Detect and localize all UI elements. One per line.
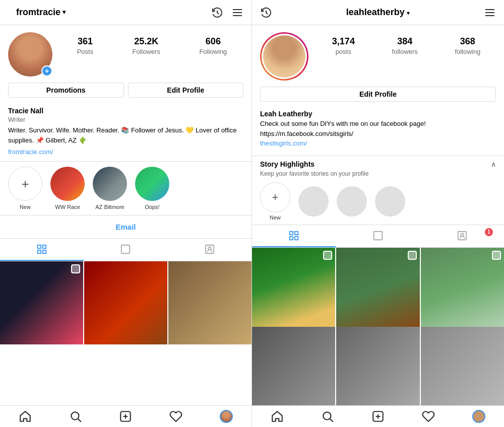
left-email-button[interactable]: Email	[8, 220, 243, 234]
left-nav-heart[interactable]	[151, 410, 201, 423]
left-story-wwrace-circle[interactable]	[50, 167, 85, 201]
right-avatar	[263, 35, 305, 78]
left-story-wwrace[interactable]: WW Race	[50, 167, 85, 210]
left-stat-following[interactable]: 606 Following	[199, 36, 227, 56]
right-photo-3[interactable]	[421, 248, 504, 331]
right-profile-header: 3,174 posts 384 followers 368 following	[260, 32, 496, 81]
left-username[interactable]: fromtracie ▾	[8, 0, 74, 25]
right-followers-count: 384	[392, 36, 418, 47]
right-nav-heart[interactable]	[403, 410, 454, 423]
left-stat-posts[interactable]: 361 Posts	[77, 36, 94, 56]
left-followers-count: 25.2K	[132, 36, 160, 47]
left-photo-1[interactable]	[0, 261, 83, 344]
right-photo-2[interactable]	[336, 248, 419, 331]
right-tab-single[interactable]	[336, 225, 420, 247]
heart-icon	[169, 410, 182, 423]
single-post-icon	[120, 244, 131, 255]
left-nav-profile[interactable]	[201, 410, 251, 423]
menu-icon[interactable]	[231, 7, 243, 19]
left-bio-title: Writer	[8, 116, 243, 123]
right-bio-link[interactable]: thesitsgirls.com/	[260, 139, 307, 147]
left-following-label: Following	[199, 48, 227, 55]
right-stat-followers[interactable]: 384 followers	[392, 36, 418, 56]
right-photo-2-check	[408, 251, 417, 260]
left-story-oops-label: Oops!	[145, 204, 159, 210]
left-story-oops-circle[interactable]	[135, 167, 169, 201]
svg-rect-22	[374, 231, 383, 240]
right-nav-search[interactable]	[302, 410, 353, 423]
right-username-text: leahleatherby	[346, 7, 405, 17]
right-highlights-chevron[interactable]: ∧	[491, 160, 496, 168]
right-tab-grid[interactable]	[252, 225, 336, 247]
right-stat-following[interactable]: 368 following	[455, 36, 481, 56]
left-add-badge[interactable]: +	[41, 65, 52, 77]
left-tab-single[interactable]	[84, 239, 167, 261]
left-story-wwrace-label: WW Race	[55, 204, 80, 210]
grid-icon	[36, 244, 47, 255]
home-icon	[19, 410, 32, 423]
left-story-new-plus: +	[21, 176, 29, 192]
left-story-new[interactable]: + New	[8, 167, 42, 210]
left-story-oops-img	[135, 167, 169, 201]
right-story-placeholder-3	[375, 186, 405, 217]
svg-rect-19	[295, 231, 298, 234]
svg-rect-18	[290, 231, 293, 234]
left-photo-2[interactable]	[84, 261, 167, 344]
right-avatar-ring-inner	[262, 34, 307, 79]
left-photo-3[interactable]	[168, 261, 251, 344]
right-nav-home[interactable]	[252, 410, 302, 423]
left-promotions-button[interactable]: Promotions	[8, 83, 124, 98]
right-story-placeholder-2	[337, 186, 367, 217]
right-story-new-circle[interactable]: +	[260, 182, 290, 212]
right-photo-1[interactable]	[252, 248, 335, 331]
svg-rect-7	[121, 245, 130, 254]
right-bio-text-content: Check out some fun DIYs with me on our f…	[260, 120, 426, 137]
add-icon	[119, 410, 132, 423]
left-nav-home[interactable]	[0, 410, 50, 423]
right-following-count: 368	[455, 36, 481, 47]
history-icon[interactable]	[211, 7, 223, 19]
left-story-oops[interactable]: Oops!	[135, 167, 169, 210]
svg-line-11	[78, 419, 81, 422]
right-story-new-label: New	[270, 215, 281, 221]
right-nav-profile[interactable]	[454, 410, 504, 423]
right-avatar-ring[interactable]	[260, 32, 308, 81]
left-nav-add[interactable]	[101, 410, 151, 423]
svg-rect-3	[38, 245, 41, 248]
right-story-gray-1	[298, 186, 329, 217]
right-bio-section: Leah Leatherby Check out some fun DIYs w…	[252, 110, 504, 156]
right-tab-tagged[interactable]: 1	[420, 225, 504, 247]
left-avatar-wrap: +	[8, 32, 52, 77]
left-tab-grid[interactable]	[0, 239, 84, 261]
left-username-text: fromtracie	[16, 7, 60, 18]
right-story-gray-2	[337, 186, 367, 217]
right-home-icon	[271, 410, 284, 423]
right-posts-count: 3,174	[332, 36, 355, 47]
right-chevron-icon: ▾	[407, 10, 410, 17]
right-story-new[interactable]: + New	[260, 182, 290, 221]
right-profile-section: 3,174 posts 384 followers 368 following …	[252, 25, 504, 110]
right-single-post-icon	[372, 230, 384, 241]
left-story-biltmore[interactable]: AZ Biltmore	[93, 167, 127, 210]
left-edit-profile-button[interactable]: Edit Profile	[128, 83, 244, 98]
left-bio-link[interactable]: fromtracie.com/	[8, 148, 53, 156]
left-tab-tagged[interactable]	[168, 239, 251, 261]
left-stats-row: 361 Posts 25.2K Followers 606 Following	[60, 32, 243, 56]
right-grid-icon	[288, 230, 299, 241]
left-stat-followers[interactable]: 25.2K Followers	[132, 36, 160, 56]
left-bottom-nav	[0, 405, 251, 427]
right-photo-5[interactable]	[336, 327, 419, 405]
right-stat-posts[interactable]: 3,174 posts	[332, 36, 355, 56]
left-story-biltmore-circle[interactable]	[93, 167, 127, 201]
right-photo-6[interactable]	[421, 327, 504, 405]
left-panel: fromtracie ▾ +	[0, 0, 252, 427]
left-story-new-circle[interactable]: +	[8, 167, 42, 201]
right-menu-icon[interactable]	[484, 7, 496, 19]
left-nav-search[interactable]	[50, 410, 101, 423]
right-username-wrap[interactable]: leahleatherby ▾	[272, 7, 484, 18]
right-photo-4[interactable]	[252, 327, 335, 405]
right-history-icon[interactable]	[260, 7, 272, 19]
right-nav-add[interactable]	[353, 410, 403, 423]
left-story-biltmore-label: AZ Biltmore	[95, 204, 124, 210]
right-edit-profile-button[interactable]: Edit Profile	[260, 87, 496, 102]
